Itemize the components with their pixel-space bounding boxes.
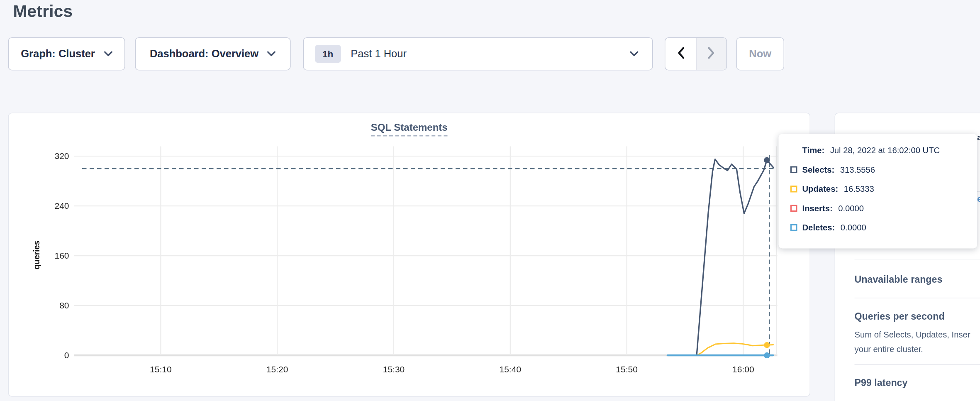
y-tick-label: 0 <box>25 350 69 360</box>
y-tick-label: 80 <box>25 300 69 310</box>
series-swatch-icon <box>790 224 797 231</box>
y-tick-label: 320 <box>25 151 69 161</box>
tooltip-time-row: Time: Jul 28, 2022 at 16:02:00 UTC <box>790 144 966 156</box>
tooltip-series-value: 16.5333 <box>844 184 874 194</box>
chevron-down-icon <box>104 51 112 57</box>
hover-dot-deletes <box>764 352 770 358</box>
chart-hover-tooltip: Time: Jul 28, 2022 at 16:02:00 UTC Selec… <box>779 134 978 249</box>
tooltip-series-value: 313.5556 <box>840 165 875 175</box>
sidebar-divider <box>855 364 980 365</box>
chevron-right-icon <box>708 46 715 61</box>
tooltip-series-value: 0.0000 <box>841 223 866 232</box>
x-tick-label: 15:10 <box>136 364 185 374</box>
next-time-button[interactable] <box>696 38 726 70</box>
dashboard-dropdown[interactable]: Dashboard: Overview <box>135 37 291 71</box>
now-button[interactable]: Now <box>736 37 785 71</box>
page-title: Metrics <box>13 2 73 22</box>
tooltip-series-label: Deletes: <box>802 223 835 232</box>
chart-title: SQL Statements <box>371 122 448 137</box>
chart-title-wrap: SQL Statements <box>8 122 811 137</box>
x-tick-label: 15:20 <box>252 364 302 374</box>
sidebar-divider <box>855 298 980 298</box>
graph-dropdown-label: Graph: Cluster <box>21 48 95 60</box>
hover-dot-updates <box>764 342 770 348</box>
clipped-text-fragment: a <box>977 133 980 141</box>
chevron-left-icon <box>677 46 684 61</box>
clipped-text-fragment: e <box>977 194 980 203</box>
sidebar-heading-p99-latency: P99 latency <box>855 377 908 389</box>
sidebar-description-line: Sum of Selects, Updates, Inser <box>855 328 970 342</box>
chart-plot-area[interactable] <box>74 152 778 359</box>
sidebar-description-line: your entire cluster. <box>855 342 923 357</box>
series-swatch-icon <box>790 205 797 212</box>
tooltip-time-value: Jul 28, 2022 at 16:02:00 UTC <box>830 146 940 155</box>
tooltip-time-label: Time: <box>802 146 825 155</box>
time-step-buttons <box>665 37 727 71</box>
y-tick-label: 240 <box>25 200 69 210</box>
prev-time-button[interactable] <box>666 38 696 70</box>
sidebar-divider <box>855 260 980 261</box>
metrics-page: Metrics Graph: Cluster Dashboard: Overvi… <box>0 0 980 401</box>
x-tick-label: 15:50 <box>602 364 652 374</box>
tooltip-series-row: Deletes:0.0000 <box>790 222 966 234</box>
tooltip-series-row: Updates:16.5333 <box>790 183 966 195</box>
tooltip-series-label: Inserts: <box>802 204 833 213</box>
time-range-select[interactable]: 1h Past 1 Hour <box>303 37 653 71</box>
y-tick-label: 160 <box>25 250 69 260</box>
time-range-label: Past 1 Hour <box>351 48 407 60</box>
series-line-selects <box>697 159 773 356</box>
dashboard-dropdown-label: Dashboard: Overview <box>150 48 258 60</box>
tooltip-series-value: 0.0000 <box>838 204 864 213</box>
x-tick-label: 15:40 <box>485 364 535 374</box>
sidebar-heading-queries-per-second: Queries per second <box>855 311 945 322</box>
chevron-down-icon <box>630 51 639 57</box>
chevron-down-icon <box>267 51 276 57</box>
tooltip-series-label: Selects: <box>802 165 835 175</box>
sidebar-heading-unavailable-ranges: Unavailable ranges <box>855 274 943 285</box>
x-tick-label: 16:00 <box>718 364 768 374</box>
time-range-badge: 1h <box>315 45 341 63</box>
tooltip-series-row: Selects:313.5556 <box>790 164 966 176</box>
series-swatch-icon <box>790 186 797 193</box>
tooltip-series-label: Updates: <box>802 184 839 194</box>
tooltip-series-row: Inserts:0.0000 <box>790 203 966 215</box>
series-line-updates <box>697 343 773 355</box>
x-tick-label: 15:30 <box>369 364 419 374</box>
hover-dot-selects <box>764 157 770 163</box>
graph-dropdown[interactable]: Graph: Cluster <box>8 37 125 71</box>
series-swatch-icon <box>790 166 797 174</box>
